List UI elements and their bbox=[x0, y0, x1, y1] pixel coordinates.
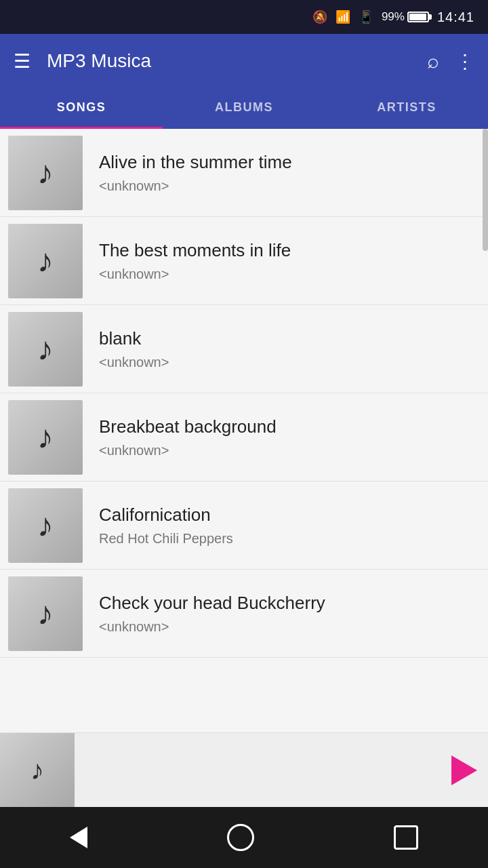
battery-icon bbox=[407, 12, 429, 22]
list-item[interactable]: ♪ The best moments in life <unknown> bbox=[0, 217, 488, 305]
song-thumbnail: ♪ bbox=[8, 576, 83, 651]
tab-bar: SONGS ALBUMS ARTISTS bbox=[0, 88, 488, 129]
music-note-icon: ♪ bbox=[37, 330, 54, 368]
song-info: blank <unknown> bbox=[91, 328, 488, 370]
now-playing-music-note-icon: ♪ bbox=[30, 755, 44, 785]
wifi-icon: 📶 bbox=[336, 9, 350, 24]
music-note-icon: ♪ bbox=[37, 154, 54, 191]
more-options-icon[interactable]: ⋮ bbox=[455, 50, 474, 73]
song-artist: <unknown> bbox=[99, 443, 480, 458]
song-thumbnail: ♪ bbox=[8, 400, 83, 475]
home-icon bbox=[227, 824, 254, 851]
song-title: The best moments in life bbox=[99, 240, 480, 261]
navigation-bar bbox=[0, 807, 488, 868]
song-artist: <unknown> bbox=[99, 355, 480, 370]
song-info: The best moments in life <unknown> bbox=[91, 240, 488, 282]
home-button[interactable] bbox=[219, 816, 262, 859]
song-thumbnail: ♪ bbox=[8, 488, 83, 563]
app-title: MP3 Musica bbox=[47, 50, 411, 72]
tab-albums[interactable]: ALBUMS bbox=[163, 88, 325, 129]
search-icon[interactable]: ⌕ bbox=[427, 50, 439, 73]
song-list: ♪ Alive in the summer time <unknown> ♪ T… bbox=[0, 129, 488, 732]
song-info: Alive in the summer time <unknown> bbox=[91, 152, 488, 194]
back-icon bbox=[70, 827, 87, 848]
play-triangle-icon bbox=[451, 755, 477, 785]
sim-icon: 📱 bbox=[359, 9, 373, 24]
song-title: Californication bbox=[99, 505, 480, 526]
list-item[interactable]: ♪ blank <unknown> bbox=[0, 305, 488, 393]
song-title: Alive in the summer time bbox=[99, 152, 480, 173]
status-bar: 🔕 📶 📱 99% 14:41 bbox=[0, 0, 488, 34]
recent-apps-button[interactable] bbox=[386, 817, 426, 858]
song-info: Breakbeat background <unknown> bbox=[91, 416, 488, 458]
recent-apps-icon bbox=[394, 825, 418, 850]
song-info: Californication Red Hot Chili Peppers bbox=[91, 505, 488, 547]
music-note-icon: ♪ bbox=[37, 418, 54, 456]
scroll-indicator[interactable] bbox=[483, 129, 488, 251]
song-thumbnail: ♪ bbox=[8, 312, 83, 387]
battery-indicator: 99% bbox=[382, 10, 429, 24]
back-button[interactable] bbox=[62, 818, 96, 856]
tab-songs[interactable]: SONGS bbox=[0, 88, 163, 129]
mute-icon: 🔕 bbox=[312, 9, 327, 24]
song-title: Check your head Buckcherry bbox=[99, 593, 480, 614]
app-bar: ☰ MP3 Musica ⌕ ⋮ bbox=[0, 34, 488, 88]
music-note-icon: ♪ bbox=[37, 242, 54, 279]
list-item[interactable]: ♪ Alive in the summer time <unknown> bbox=[0, 129, 488, 217]
song-title: Breakbeat background bbox=[99, 416, 480, 437]
status-time: 14:41 bbox=[437, 9, 474, 25]
song-artist: Red Hot Chili Peppers bbox=[99, 531, 480, 547]
list-item[interactable]: ♪ Breakbeat background <unknown> bbox=[0, 393, 488, 481]
song-thumbnail: ♪ bbox=[8, 136, 83, 210]
tab-artists[interactable]: ARTISTS bbox=[325, 88, 488, 129]
now-playing-thumbnail: ♪ bbox=[0, 733, 75, 808]
music-note-icon: ♪ bbox=[37, 507, 54, 544]
song-artist: <unknown> bbox=[99, 178, 480, 194]
battery-percent: 99% bbox=[382, 10, 405, 24]
music-note-icon: ♪ bbox=[37, 595, 54, 632]
hamburger-menu-icon[interactable]: ☰ bbox=[14, 50, 30, 73]
song-title: blank bbox=[99, 328, 480, 349]
play-button[interactable] bbox=[441, 733, 488, 808]
list-item[interactable]: ♪ Check your head Buckcherry <unknown> bbox=[0, 570, 488, 658]
song-thumbnail: ♪ bbox=[8, 224, 83, 298]
list-item[interactable]: ♪ Californication Red Hot Chili Peppers bbox=[0, 481, 488, 570]
song-info: Check your head Buckcherry <unknown> bbox=[91, 593, 488, 635]
song-artist: <unknown> bbox=[99, 619, 480, 635]
now-playing-bar: ♪ bbox=[0, 732, 488, 807]
song-artist: <unknown> bbox=[99, 267, 480, 282]
